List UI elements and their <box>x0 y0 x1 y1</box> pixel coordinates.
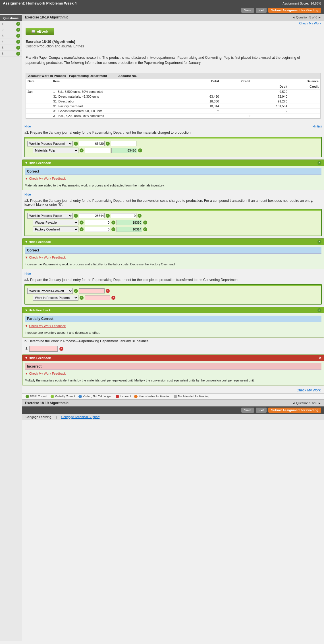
sidebar-check-3: ✓ <box>16 34 20 38</box>
a2-account-select-1[interactable]: Work in Process-Papen <box>27 213 73 219</box>
hide-link-a1[interactable]: Hide <box>24 125 31 128</box>
dollar-sign: $ <box>26 347 28 351</box>
account-table-section: Account Work in Process—Papermaking Depa… <box>22 70 324 124</box>
bottom-exercise-nav[interactable]: ◄ Question 5 of 6 ► <box>292 401 321 405</box>
ebook-button[interactable]: eBook <box>26 28 54 35</box>
a1-credit-input-2[interactable] <box>111 148 137 153</box>
sidebar-item-5[interactable]: 5. ✓ <box>0 45 22 51</box>
a3-account-select-1[interactable]: Work in Process-Convert <box>27 288 73 294</box>
feedback-status-a1: Correct <box>25 168 321 175</box>
feedback-link-a2[interactable]: Check My Work Feedback <box>29 256 66 259</box>
a2-credit-input-3[interactable] <box>117 227 142 232</box>
part-b-row: $ ✕ <box>22 345 324 353</box>
sidebar-check-4: ✓ <box>16 40 20 44</box>
exit-button-bottom[interactable]: Exit <box>256 408 267 413</box>
a2-label: a2. <box>24 199 29 203</box>
part-b-input[interactable] <box>29 346 58 352</box>
submit-button-top[interactable]: Submit Assignment for Grading <box>268 8 321 13</box>
save-button-bottom[interactable]: Save <box>241 408 254 413</box>
content-area: Exercise 18-19 Algorithmic ◄ Question 5 … <box>22 14 324 641</box>
legend-not-intended-dot <box>174 395 177 398</box>
bottom-exercise-bar: Exercise 18-19 Algorithmic ◄ Question 5 … <box>22 399 324 406</box>
a2-debit-check-1: ✓ <box>106 214 110 218</box>
check-my-work-link-top[interactable]: Check My Work <box>299 22 321 25</box>
sidebar-item-3[interactable]: 3. ✓ <box>0 33 22 39</box>
main-container: Questions 1. ✓ 2. ✓ 3. ✓ 4. ✓ 5. ✓ 6. ✓ … <box>0 14 324 641</box>
a2-account-select-3[interactable]: Factory Overhead <box>33 226 78 232</box>
sidebar-item-4[interactable]: 4. ✓ <box>0 39 22 45</box>
feedback-header-a3[interactable]: ▼ Hide Feedback ✓ <box>22 307 324 313</box>
legend-incorrect-dot <box>116 395 119 398</box>
sidebar-item-6[interactable]: 6. ✓ <box>0 51 22 57</box>
a2-credit-input-1[interactable] <box>111 213 136 218</box>
cell-bal-credit <box>289 89 320 94</box>
a1-debit-input-2[interactable] <box>85 148 110 153</box>
sidebar-item-1[interactable]: 1. ✓ <box>0 21 22 27</box>
part-b-text: Determine the Work in Process—Papermakin… <box>28 339 149 343</box>
a3-account-select-2[interactable]: Work in Process-Paperm <box>33 295 78 301</box>
cell-debit: ? <box>188 109 221 114</box>
table-header-row: Date Item Debit Credit Balance <box>26 79 320 84</box>
a1-credit-input-1[interactable] <box>111 141 136 146</box>
a2-credit-input-2[interactable] <box>117 220 142 225</box>
feedback-header-b[interactable]: ▼ Hide Feedback ✕ <box>22 355 324 361</box>
exit-button-top[interactable]: Exit <box>256 8 267 13</box>
a1-account-select-1[interactable]: Work in Process-Papermi <box>27 141 73 146</box>
feedback-panel-a3: ▼ Hide Feedback ✓ Partially Correct ▼ Ch… <box>22 307 324 337</box>
legend-correct: 100% Correct <box>26 395 47 398</box>
a2-account-select-2[interactable]: Wages Payable <box>33 220 78 225</box>
feedback-header-a1[interactable]: ▼ Hide Feedback ✓ <box>22 160 324 166</box>
cell-debit: 10,314 <box>188 104 221 109</box>
submit-button-bottom[interactable]: Submit Assignment for Grading <box>268 408 321 413</box>
feedback-header-a2[interactable]: ▼ Hide Feedback ✓ <box>22 239 324 245</box>
save-button-top[interactable]: Save <box>241 8 254 13</box>
hide-link-a2[interactable]: Hide <box>24 193 31 196</box>
a2-debit-input-2[interactable] <box>85 220 110 225</box>
a2-debit-input-3[interactable] <box>85 227 110 232</box>
footer-support-link[interactable]: Cengage Technical Support <box>61 415 99 419</box>
exercise-header-title: Exercise 18-19 Algorithmic <box>25 15 68 19</box>
a3-question-text: Prepare the January journal entry for th… <box>30 278 239 282</box>
a2-debit-input-1[interactable] <box>79 213 105 218</box>
bottom-buttons-bar: Save Exit Submit Assignment for Grading <box>22 406 324 414</box>
col-bal-debit: Debit <box>252 84 289 89</box>
table-header-title2: Account No. <box>118 74 137 77</box>
cell-date <box>26 109 51 114</box>
cell-bal-credit <box>289 114 320 118</box>
exercise-nav-top[interactable]: ◄ Question 5 of 6 ► <box>292 16 321 19</box>
hide-bar-a3: Hide <box>22 271 324 276</box>
a1-account-select-2[interactable]: Materials-Pulp <box>33 148 78 153</box>
sidebar-header: Questions <box>0 15 22 21</box>
journal-entry-a2: Work in Process-Papen ✓ ✓ ✓ Wages Payabl… <box>24 209 322 236</box>
a3-credit-input-2[interactable] <box>85 295 110 300</box>
bottom-exercise-title: Exercise 18-19 Algorithmic <box>25 401 68 405</box>
feedback-panel-a1: ▼ Hide Feedback ✓ Correct ▼ Check My Wor… <box>22 160 324 190</box>
a2-question-text: Prepare the January journal entry for th… <box>24 199 313 207</box>
legend-bar: 100% Correct Partially Correct Visited, … <box>22 393 324 399</box>
check-my-work-link-bottom[interactable]: Check My Work <box>297 388 321 392</box>
legend-visited-dot <box>78 395 82 398</box>
hint-link-a1[interactable]: Hint(s) <box>313 125 322 128</box>
feedback-close-b[interactable]: ✕ <box>319 356 321 360</box>
feedback-text-b: Multiply the materials equivalent units … <box>25 378 321 383</box>
feedback-link-b[interactable]: Check My Work Feedback <box>29 372 66 375</box>
cell-bal-debit: 9,520 <box>252 89 289 94</box>
sidebar-num-6: 6. <box>2 52 4 55</box>
feedback-header-label-a1: ▼ Hide Feedback <box>25 161 51 165</box>
legend-correct-dot <box>26 395 29 398</box>
sidebar-item-2[interactable]: 2. ✓ <box>0 27 22 33</box>
feedback-status-b: Incorrect <box>25 363 321 370</box>
feedback-text-a1: Materials are added to the Papermaking w… <box>25 183 321 188</box>
cell-credit <box>221 94 252 99</box>
footer-separator: | <box>56 415 57 419</box>
feedback-link-a1[interactable]: Check My Work Feedback <box>29 177 66 180</box>
feedback-header-label-a3: ▼ Hide Feedback <box>25 309 51 312</box>
a2-debit-check-3: ✓ <box>111 227 115 231</box>
a1-debit-input-1[interactable] <box>79 141 105 146</box>
hide-link-a3[interactable]: Hide <box>24 272 31 275</box>
sidebar-check-1: ✓ <box>16 22 20 26</box>
a1-credit-check-2: ✓ <box>138 148 142 152</box>
feedback-link-a3[interactable]: Check My Work Feedback <box>29 324 66 328</box>
a3-debit-input-1[interactable] <box>79 288 105 293</box>
legend-instructor: Needs Instructor Grading <box>134 395 170 398</box>
